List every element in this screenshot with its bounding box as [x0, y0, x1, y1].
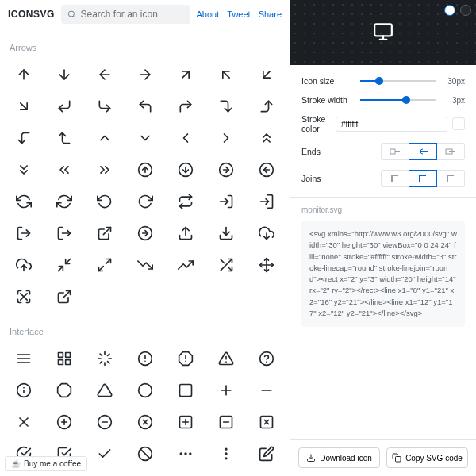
arrow-up-left-icon[interactable] — [205, 59, 246, 90]
color-input[interactable] — [336, 117, 447, 132]
chevrons-right-icon[interactable] — [84, 154, 125, 186]
refresh-cw-icon[interactable] — [44, 186, 84, 217]
arrow-up-circle-icon[interactable] — [125, 154, 165, 186]
log-in-alt-icon[interactable] — [246, 186, 286, 217]
join-miter-button[interactable] — [381, 170, 409, 187]
edit-icon[interactable] — [246, 438, 286, 470]
corner-right-up-icon[interactable] — [246, 90, 286, 122]
square-icon[interactable] — [165, 374, 205, 406]
slash-icon[interactable] — [125, 438, 165, 470]
arrow-left-circle-icon[interactable] — [246, 154, 286, 186]
download-cloud-icon[interactable] — [246, 217, 286, 249]
maximize-icon[interactable] — [84, 249, 125, 281]
download-button[interactable]: Download icon — [298, 447, 380, 468]
log-out-alt-icon[interactable] — [44, 217, 84, 249]
plus-circle-icon[interactable] — [44, 406, 84, 438]
stroke-slider[interactable] — [360, 99, 436, 101]
svg-rect-45 — [65, 353, 70, 358]
arrow-up-icon[interactable] — [3, 59, 44, 90]
copy-button[interactable]: Copy SVG code — [386, 447, 468, 468]
upload-cloud-icon[interactable] — [3, 249, 44, 281]
more-horizontal-icon[interactable] — [165, 438, 205, 470]
color-swatch[interactable] — [452, 117, 465, 130]
plus-icon[interactable] — [205, 374, 246, 406]
x-square-icon[interactable] — [246, 406, 286, 438]
arrow-down-icon[interactable] — [44, 59, 84, 90]
cap-butt-button[interactable] — [381, 143, 409, 160]
chevron-right-icon[interactable] — [205, 122, 246, 154]
more-vertical-icon[interactable] — [205, 438, 246, 470]
corner-left-up-icon[interactable] — [44, 122, 84, 154]
chevron-left-icon[interactable] — [165, 122, 205, 154]
log-out-icon[interactable] — [3, 217, 44, 249]
join-bevel-button[interactable] — [436, 170, 465, 187]
minimize-icon[interactable] — [44, 249, 84, 281]
alert-circle-icon[interactable] — [125, 343, 165, 374]
menu-icon[interactable] — [3, 343, 44, 374]
arrow-down-left-icon[interactable] — [246, 59, 286, 90]
trending-down-icon[interactable] — [125, 249, 165, 281]
refresh-ccw-icon[interactable] — [3, 186, 44, 217]
log-in-icon[interactable] — [205, 186, 246, 217]
loader-icon[interactable] — [84, 343, 125, 374]
move-icon[interactable] — [246, 249, 286, 281]
trending-up-icon[interactable] — [165, 249, 205, 281]
circle-icon[interactable] — [125, 374, 165, 406]
help-circle-icon[interactable] — [246, 343, 286, 374]
external-link-square-icon[interactable] — [84, 217, 125, 249]
external-link-icon[interactable] — [44, 281, 84, 313]
x-circle-icon[interactable] — [125, 406, 165, 438]
arrow-right-icon[interactable] — [125, 59, 165, 90]
chevron-down-icon[interactable] — [125, 122, 165, 154]
minus-square-icon[interactable] — [205, 406, 246, 438]
about-link[interactable]: About — [197, 10, 220, 19]
share-link[interactable]: Share — [259, 10, 282, 19]
arrow-left-icon[interactable] — [84, 59, 125, 90]
arrow-down-circle-icon[interactable] — [165, 154, 205, 186]
search-box[interactable] — [61, 5, 190, 24]
search-input[interactable] — [80, 9, 183, 20]
upload-icon[interactable] — [165, 217, 205, 249]
download-icon[interactable] — [205, 217, 246, 249]
arrow-up-right-icon[interactable] — [165, 59, 205, 90]
cap-round-button[interactable] — [409, 143, 437, 160]
arrow-right-circle-icon[interactable] — [205, 154, 246, 186]
corner-down-left-icon[interactable] — [44, 90, 84, 122]
corner-right-down-icon[interactable] — [205, 90, 246, 122]
chevrons-up-icon[interactable] — [246, 122, 286, 154]
tweet-link[interactable]: Tweet — [227, 10, 250, 19]
info-icon[interactable] — [3, 374, 44, 406]
coffee-button[interactable]: ☕ Buy me a coffee — [5, 456, 87, 471]
bg-dark-chip[interactable] — [460, 5, 471, 16]
join-round-button[interactable] — [409, 170, 437, 187]
corner-up-left-icon[interactable] — [125, 90, 165, 122]
maximize-2-icon[interactable] — [3, 281, 44, 313]
share-circle-icon[interactable] — [125, 217, 165, 249]
chevrons-down-icon[interactable] — [3, 154, 44, 186]
alert-octagon-icon[interactable] — [165, 343, 205, 374]
rotate-cw-icon[interactable] — [125, 186, 165, 217]
chevrons-left-icon[interactable] — [44, 154, 84, 186]
corner-down-right-icon[interactable] — [84, 90, 125, 122]
corner-up-right-icon[interactable] — [165, 90, 205, 122]
shuffle-icon[interactable] — [205, 249, 246, 281]
chevron-up-icon[interactable] — [84, 122, 125, 154]
corner-left-down-icon[interactable] — [3, 122, 44, 154]
octagon-icon[interactable] — [44, 374, 84, 406]
minus-icon[interactable] — [246, 374, 286, 406]
rotate-ccw-icon[interactable] — [84, 186, 125, 217]
bg-light-chip[interactable] — [444, 5, 455, 16]
svg-code[interactable]: <svg xmlns="http://www.w3.org/2000/svg" … — [301, 221, 465, 327]
alert-triangle-icon[interactable] — [205, 343, 246, 374]
plus-square-icon[interactable] — [165, 406, 205, 438]
arrow-down-right-icon[interactable] — [3, 90, 44, 122]
x-icon[interactable] — [3, 406, 44, 438]
cap-square-button[interactable] — [436, 143, 465, 160]
repeat-icon[interactable] — [165, 186, 205, 217]
minus-circle-icon[interactable] — [84, 406, 125, 438]
grid-icon[interactable] — [44, 343, 84, 374]
check-icon[interactable] — [84, 438, 125, 470]
triangle-icon[interactable] — [84, 374, 125, 406]
interface-grid — [0, 343, 290, 470]
size-slider[interactable] — [360, 80, 436, 82]
